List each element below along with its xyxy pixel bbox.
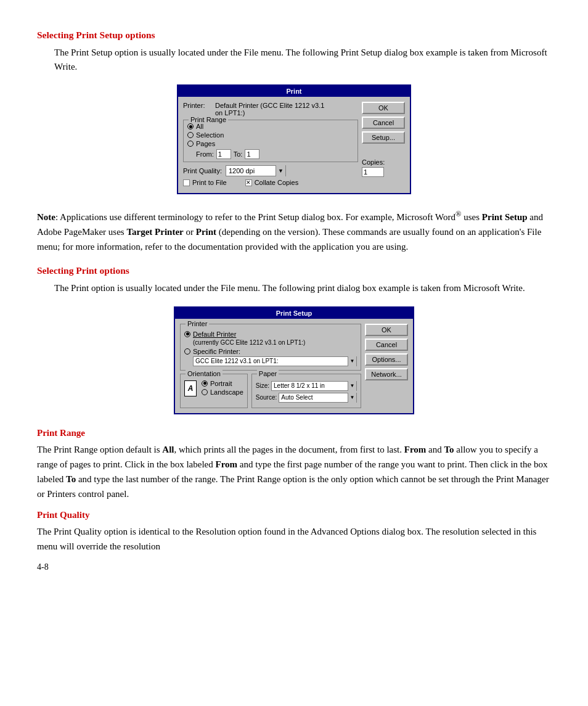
print-dialog-container: Print Printer: Default Printer (GCC Elit…: [37, 84, 551, 194]
pages-radio[interactable]: [187, 141, 194, 147]
print-quality-body: The Print Quality option is identical to…: [37, 524, 551, 554]
orientation-label: Orientation: [186, 370, 223, 377]
to-bold: To: [444, 445, 454, 454]
specific-radio[interactable]: [184, 348, 190, 355]
paper-size-row: Size: Letter 8 1/2 x 11 in ▼: [256, 381, 357, 391]
section2-heading: Selecting Print options: [37, 265, 551, 276]
to-label: To:: [234, 150, 243, 158]
copies-label: Copies:: [362, 158, 405, 166]
specific-select[interactable]: GCC Elite 1212 v3.1 on LPT1: ▼: [193, 356, 357, 366]
from-to-row: From: To:: [196, 149, 354, 159]
collate-checkbox[interactable]: ✕: [245, 179, 252, 186]
printer-label: Printer:: [183, 102, 215, 109]
note-bold4: Print: [196, 227, 216, 237]
from-input[interactable]: [216, 149, 231, 159]
size-value: Letter 8 1/2 x 11 in: [272, 382, 348, 389]
print-dialog: Print Printer: Default Printer (GCC Elit…: [177, 84, 411, 194]
print-range-body2: , which prints all the pages in the docu…: [174, 445, 404, 454]
note-bold3: Target Printer: [126, 227, 183, 237]
default-radio[interactable]: [184, 331, 190, 337]
print-range-body6: and type the last number of the range. T…: [37, 474, 549, 499]
setup-dialog-container: Print Setup Printer Default Printer (cur…: [37, 306, 551, 414]
quality-select[interactable]: 1200 dpi ▼: [226, 165, 286, 176]
landscape-radio-row[interactable]: Landscape: [202, 388, 243, 396]
portrait-radio[interactable]: [202, 380, 208, 387]
section2-body: The Print option is usually located unde…: [54, 281, 551, 295]
collate-label: Collate Copies: [255, 179, 299, 186]
setup-cancel-button[interactable]: Cancel: [365, 339, 408, 351]
printer-row: Printer: Default Printer (GCC Elite 1212…: [183, 102, 358, 117]
setup-ok-button[interactable]: OK: [365, 324, 408, 336]
to-input[interactable]: [245, 149, 259, 159]
print-range-label: Print Range: [189, 116, 228, 123]
size-dropdown-btn[interactable]: ▼: [348, 381, 356, 391]
from-label: From:: [196, 150, 214, 158]
ok-button[interactable]: OK: [362, 102, 405, 114]
print-to-file-row[interactable]: Print to File: [183, 179, 227, 186]
note-bold2: Print Setup: [482, 212, 528, 222]
quality-dropdown-btn[interactable]: ▼: [276, 165, 285, 176]
note-body4: or: [184, 227, 196, 237]
specific-select-wrapper: GCC Elite 1212 v3.1 on LPT1: ▼: [193, 356, 357, 366]
setup-right: OK Cancel Options... Network...: [365, 324, 408, 408]
selection-radio-row[interactable]: Selection: [187, 131, 354, 139]
setup-dialog-titlebar: Print Setup: [175, 308, 413, 319]
quality-value: 1200 dpi: [226, 167, 276, 174]
collate-row[interactable]: ✕ Collate Copies: [245, 179, 299, 186]
setup-printer-label: Printer: [186, 320, 209, 327]
specific-printer-label: Specific Printer:: [193, 348, 240, 355]
page-number: 4-8: [37, 562, 49, 572]
setup-options-button[interactable]: Options...: [365, 353, 408, 366]
print-dialog-left: Printer: Default Printer (GCC Elite 1212…: [183, 102, 358, 188]
section1-body: The Print Setup option is usually locate…: [54, 46, 551, 73]
source-dropdown-btn[interactable]: ▼: [348, 393, 356, 403]
default-printer-label: Default Printer: [193, 330, 236, 338]
all-radio-row[interactable]: All: [187, 123, 354, 130]
copies-input[interactable]: [362, 167, 384, 177]
printer-group: Printer Default Printer (currently GCC E…: [180, 324, 361, 371]
default-printer-radio[interactable]: Default Printer: [184, 330, 357, 338]
note-paragraph: Note: Applications use different termino…: [37, 208, 551, 254]
to-bold2: To: [66, 474, 76, 484]
section1-heading: Selecting Print Setup options: [37, 30, 551, 41]
specific-value: GCC Elite 1212 v3.1 on LPT1:: [194, 358, 348, 364]
print-range-group: Print Range All Selection Pages From: [183, 120, 358, 162]
landscape-radio[interactable]: [202, 389, 208, 395]
size-label: Size:: [256, 382, 269, 389]
print-to-file-label: Print to File: [192, 179, 227, 186]
portrait-icon: A: [184, 380, 197, 396]
print-range-body3: and: [426, 445, 444, 454]
cancel-button[interactable]: Cancel: [362, 117, 405, 129]
print-range-body: The Print Range option default is All, w…: [37, 442, 551, 501]
setup-button[interactable]: Setup...: [362, 131, 405, 144]
printer-value: Default Printer (GCC Elite 1212 v3.1on L…: [215, 102, 324, 117]
setup-dialog: Print Setup Printer Default Printer (cur…: [174, 306, 414, 414]
print-to-file-checkbox[interactable]: [183, 179, 190, 186]
setup-dialog-body: Printer Default Printer (currently GCC E…: [175, 319, 413, 413]
all-radio[interactable]: [187, 123, 194, 129]
print-range-body-start: The Print Range option default is: [37, 445, 162, 454]
orientation-group: Orientation A Portrait Landscape: [180, 374, 248, 408]
specific-printer-radio[interactable]: Specific Printer:: [184, 348, 357, 355]
size-select[interactable]: Letter 8 1/2 x 11 in ▼: [271, 381, 357, 391]
all-label: All: [196, 123, 203, 130]
print-dialog-titlebar: Print: [178, 86, 410, 97]
setup-left: Printer Default Printer (currently GCC E…: [180, 324, 361, 408]
paper-group: Paper Size: Letter 8 1/2 x 11 in ▼ Sourc…: [251, 374, 361, 408]
selection-radio[interactable]: [187, 132, 194, 138]
from-bold: From: [404, 445, 427, 454]
quality-label: Print Quality:: [183, 167, 222, 174]
all-bold: All: [162, 445, 174, 454]
source-row: Source: Auto Select ▼: [256, 393, 357, 403]
pages-radio-row[interactable]: Pages: [187, 140, 354, 147]
portrait-radio-row[interactable]: Portrait: [202, 380, 243, 387]
paper-label: Paper: [257, 370, 279, 377]
currently-label: (currently GCC Elite 1212 v3.1 on LPT1:): [193, 339, 357, 346]
specific-dropdown-btn[interactable]: ▼: [348, 356, 356, 366]
setup-network-button[interactable]: Network...: [365, 368, 408, 380]
quality-row: Print Quality: 1200 dpi ▼: [183, 165, 358, 176]
source-value: Auto Select: [279, 394, 348, 401]
print-quality-heading: Print Quality: [37, 510, 551, 520]
landscape-label: Landscape: [210, 388, 243, 396]
source-select[interactable]: Auto Select ▼: [279, 393, 357, 403]
